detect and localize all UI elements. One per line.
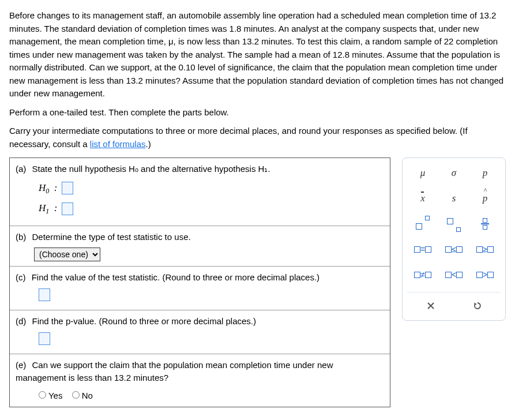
gt-glyph: > — [483, 269, 487, 281]
symbol-phat[interactable]: p — [472, 190, 498, 207]
problem-paragraph-2: Perform a one-tailed test. Then complete… — [9, 106, 506, 119]
part-e-label: (e) — [16, 360, 26, 370]
symbol-mu[interactable]: μ — [410, 165, 435, 181]
symbol-ge[interactable]: ≥ — [472, 241, 498, 257]
radio-no[interactable] — [72, 391, 80, 399]
symbol-le[interactable]: ≤ — [441, 241, 467, 257]
h0-input[interactable] — [62, 182, 73, 194]
symbol-gt[interactable]: > — [472, 267, 498, 283]
part-d-label: (d) — [16, 316, 26, 326]
symbol-exponent[interactable] — [410, 216, 435, 232]
part-a-label: (a) — [16, 164, 26, 174]
pvalue-input[interactable] — [39, 332, 50, 345]
ne-glyph: ≠ — [420, 269, 425, 281]
h1-label: H1 : — [39, 201, 57, 216]
symbol-s[interactable]: s — [441, 190, 467, 207]
parts-table: (a) State the null hypothesis H₀ and the… — [9, 158, 390, 407]
part-b-label: (b) — [16, 232, 26, 242]
p3-prefix: Carry your intermediate computations to … — [9, 126, 468, 149]
symbol-ne[interactable]: ≠ — [410, 267, 435, 283]
part-b: (b) Determine the type of test statistic… — [10, 226, 390, 267]
part-d-text: Find the p-value. (Round to three or mor… — [32, 316, 257, 326]
part-c: (c) Find the value of the test statistic… — [10, 267, 390, 310]
part-c-text: Find the value of the test statistic. (R… — [32, 272, 319, 282]
yes-text: Yes — [48, 391, 62, 400]
close-icon — [427, 302, 435, 310]
part-c-label: (c) — [16, 272, 26, 282]
test-statistic-input[interactable] — [39, 288, 50, 301]
clear-button[interactable] — [413, 298, 448, 313]
part-e-text: Can we support the claim that the popula… — [16, 360, 333, 383]
symbol-lt[interactable]: < — [441, 267, 467, 283]
part-a-text: State the null hypothesis H₀ and the alt… — [32, 164, 270, 174]
ge-glyph: ≥ — [483, 243, 487, 256]
symbol-xbar[interactable]: x — [410, 190, 435, 207]
part-e: (e) Can we support the claim that the po… — [10, 354, 390, 407]
p3-suffix: .) — [146, 139, 151, 149]
test-statistic-select[interactable]: (Choose one) — [34, 247, 100, 261]
radio-no-label[interactable]: No — [72, 391, 93, 400]
symbol-sigma[interactable]: σ — [441, 165, 467, 181]
no-text: No — [82, 391, 93, 400]
radio-yes[interactable] — [39, 391, 46, 399]
part-b-text: Determine the type of test statistic to … — [32, 232, 191, 242]
symbol-p[interactable]: p — [472, 165, 498, 181]
symbol-subscript[interactable] — [441, 216, 467, 232]
radio-yes-label[interactable]: Yes — [39, 391, 62, 400]
eq-glyph: = — [420, 243, 425, 256]
reset-icon — [473, 301, 482, 310]
problem-paragraph-3: Carry your intermediate computations to … — [9, 125, 506, 151]
problem-paragraph-1: Before changes to its management staff, … — [9, 9, 506, 100]
part-d: (d) Find the p-value. (Round to three or… — [10, 310, 390, 354]
part-a: (a) State the null hypothesis H₀ and the… — [10, 158, 390, 226]
reset-button[interactable] — [460, 298, 495, 313]
formulas-link[interactable]: list of formulas — [90, 139, 146, 149]
symbol-fraction[interactable] — [472, 216, 498, 232]
h0-label: H0 : — [39, 181, 57, 196]
lt-glyph: < — [452, 269, 456, 281]
symbol-eq[interactable]: = — [410, 241, 435, 257]
symbol-palette: μ σ p x s p = ≤ ≥ ≠ < > — [402, 158, 506, 321]
le-glyph: ≤ — [452, 243, 456, 256]
h1-input[interactable] — [62, 202, 73, 215]
